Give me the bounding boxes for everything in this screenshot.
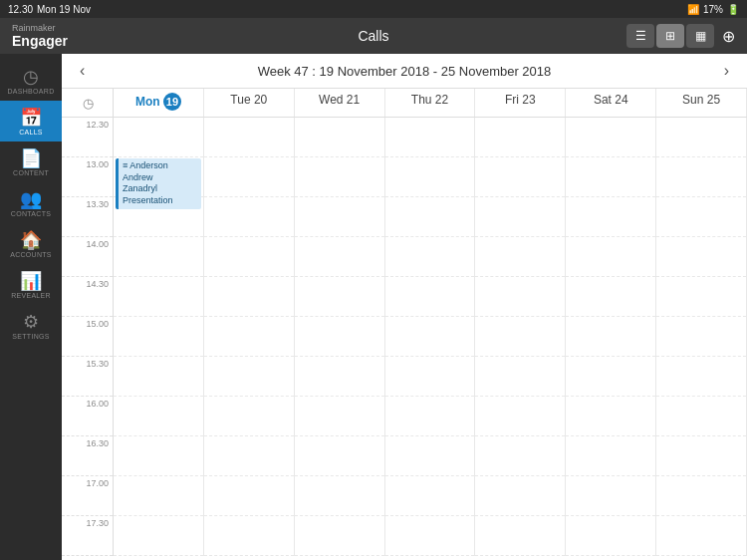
day-cell-fri-3[interactable] [475,237,565,277]
day-cell-sat-6[interactable] [566,357,655,397]
day-cell-wed-2[interactable] [295,197,384,237]
sidebar-item-dashboard[interactable]: ◷ DASHBOARD [0,60,62,101]
day-cell-mon-6[interactable] [114,357,203,397]
day-cell-sun-6[interactable] [656,357,746,397]
sidebar-item-content[interactable]: 📄 CONTENT [0,141,62,182]
day-cell-tue-4[interactable] [204,277,294,317]
day-cell-fri-5[interactable] [475,317,565,357]
time-slot-17-00: 17.00 [62,476,113,516]
sidebar-item-calls[interactable]: 📅 CALLS [0,101,62,141]
day-cell-fri-4[interactable] [475,277,565,317]
day-cell-sun-9[interactable] [656,476,746,516]
day-header-tue[interactable]: Tue 20 [204,89,295,117]
day-cell-sat-5[interactable] [566,317,655,357]
day-header-thu[interactable]: Thu 22 [385,89,476,117]
day-cell-sun-10[interactable] [656,516,746,556]
day-cell-wed-5[interactable] [295,317,384,357]
day-cell-sat-1[interactable] [566,157,655,197]
day-cell-tue-2[interactable] [204,197,294,237]
day-cell-fri-9[interactable] [475,476,565,516]
day-cell-tue-1[interactable] [204,157,294,197]
day-cell-tue-8[interactable] [204,436,294,476]
day-cell-fri-6[interactable] [475,357,565,397]
day-cell-fri-10[interactable] [475,516,565,556]
day-cell-thu-9[interactable] [385,476,475,516]
day-cell-wed-8[interactable] [295,436,384,476]
day-cell-tue-9[interactable] [204,476,294,516]
prev-week-button[interactable]: ‹ [72,60,93,82]
day-cell-thu-10[interactable] [385,516,475,556]
day-cell-sat-7[interactable] [566,397,655,436]
day-cell-thu-2[interactable] [385,197,475,237]
day-cell-mon-10[interactable] [114,516,203,556]
day-cell-mon-0[interactable] [114,118,203,157]
day-cell-thu-1[interactable] [385,157,475,197]
event-block[interactable]: ≡ Anderson Andrew Zanadryl Presentation [116,158,201,209]
day-cell-thu-7[interactable] [385,397,475,436]
day-cell-tue-6[interactable] [204,357,294,397]
day-cell-fri-2[interactable] [475,197,565,237]
sidebar-item-settings[interactable]: ⚙ SETTINGS [0,305,62,346]
day-cell-thu-5[interactable] [385,317,475,357]
day-cell-sat-4[interactable] [566,277,655,317]
day-cell-sun-7[interactable] [656,397,746,436]
day-header-fri[interactable]: Fri 23 [475,89,566,117]
day-cell-mon-7[interactable] [114,397,203,436]
day-cell-mon-5[interactable] [114,317,203,357]
day-cell-sat-8[interactable] [566,436,655,476]
day-cell-sun-5[interactable] [656,317,746,357]
day-cell-tue-7[interactable] [204,397,294,436]
day-cell-sat-9[interactable] [566,476,655,516]
day-header-sun[interactable]: Sun 25 [656,89,747,117]
day-cell-tue-0[interactable] [204,118,294,157]
day-cell-wed-10[interactable] [295,516,384,556]
grid-view-button[interactable]: ⊞ [656,24,684,48]
day-cell-sun-3[interactable] [656,237,746,277]
day-cell-wed-9[interactable] [295,476,384,516]
day-cell-mon-3[interactable] [114,237,203,277]
time-slot-13-00: 13.00 [62,157,113,197]
day-cell-fri-1[interactable] [475,157,565,197]
sidebar-item-accounts[interactable]: 🏠 ACCOUNTS [0,223,62,264]
day-cell-fri-7[interactable] [475,397,565,436]
day-cell-sat-10[interactable] [566,516,655,556]
sidebar-item-revealer[interactable]: 📊 REVEALER [0,264,62,305]
day-cell-tue-10[interactable] [204,516,294,556]
list-view-button[interactable]: ☰ [626,24,654,48]
day-cell-sat-0[interactable] [566,118,655,157]
day-header-mon[interactable]: Mon 19 [114,89,204,117]
day-cell-tue-5[interactable] [204,317,294,357]
day-cell-mon-9[interactable] [114,476,203,516]
next-week-button[interactable]: › [716,60,737,82]
event-title: ≡ Anderson Andrew [123,160,197,183]
day-cell-wed-7[interactable] [295,397,384,436]
time-grid-scroll[interactable]: 12.3013.0013.3014.0014.3015.0015.3016.00… [62,118,747,560]
day-cell-fri-8[interactable] [475,436,565,476]
day-cell-wed-6[interactable] [295,357,384,397]
day-cell-wed-3[interactable] [295,237,384,277]
day-cell-sun-8[interactable] [656,436,746,476]
day-cell-wed-4[interactable] [295,277,384,317]
day-cell-mon-8[interactable] [114,436,203,476]
day-cell-sat-2[interactable] [566,197,655,237]
day-cell-sun-1[interactable] [656,157,746,197]
day-cell-thu-0[interactable] [385,118,475,157]
day-cell-fri-0[interactable] [475,118,565,157]
day-cell-thu-8[interactable] [385,436,475,476]
compass-icon[interactable]: ⊕ [722,27,735,46]
sidebar-item-contacts[interactable]: 👥 CONTACTS [0,182,62,223]
day-cell-thu-6[interactable] [385,357,475,397]
day-header-sat[interactable]: Sat 24 [566,89,656,117]
day-header-wed[interactable]: Wed 21 [295,89,385,117]
day-cell-sun-0[interactable] [656,118,746,157]
day-cell-thu-4[interactable] [385,277,475,317]
day-view-button[interactable]: ▦ [686,24,714,48]
day-cell-wed-1[interactable] [295,157,384,197]
day-cell-sat-3[interactable] [566,237,655,277]
day-cell-sun-2[interactable] [656,197,746,237]
day-cell-tue-3[interactable] [204,237,294,277]
day-cell-sun-4[interactable] [656,277,746,317]
day-cell-wed-0[interactable] [295,118,384,157]
day-cell-mon-4[interactable] [114,277,203,317]
day-cell-thu-3[interactable] [385,237,475,277]
